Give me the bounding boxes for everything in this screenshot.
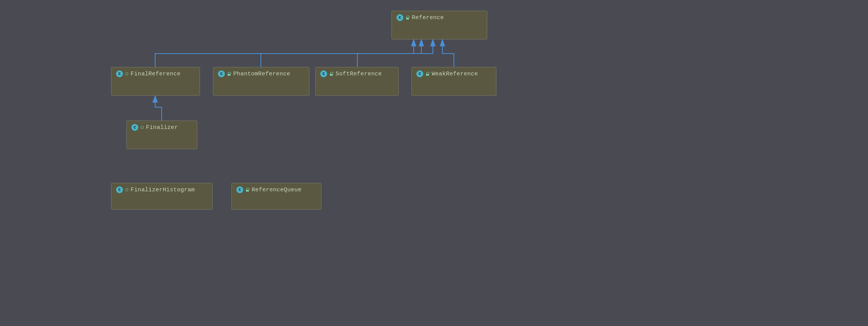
- node-softreference[interactable]: C SoftReference: [315, 67, 399, 96]
- node-label-finalizerhistogram: FinalizerHistogram: [131, 187, 195, 193]
- node-label-finalizer: Finalizer: [146, 124, 178, 131]
- arrows-layer: [0, 0, 868, 326]
- modifier-lock-referencequeue: [246, 188, 249, 192]
- modifier-lock-reference: [406, 16, 409, 20]
- class-icon-weakreference: C: [416, 70, 423, 77]
- node-weakreference[interactable]: C WeakReference: [411, 67, 496, 96]
- node-finalreference[interactable]: C FinalReference: [111, 67, 200, 96]
- modifier-lock-phantomreference: [227, 72, 231, 76]
- node-referencequeue[interactable]: C ReferenceQueue: [231, 183, 321, 210]
- node-finalizer[interactable]: C Finalizer: [126, 121, 197, 149]
- node-label-phantomreference: PhantomReference: [233, 71, 290, 77]
- node-phantomreference[interactable]: C PhantomReference: [213, 67, 310, 96]
- class-icon-referencequeue: C: [236, 186, 243, 193]
- modifier-dot-finalizer: [141, 126, 144, 129]
- node-label-weakreference: WeakReference: [432, 71, 478, 77]
- arrow-softreference-reference: [357, 39, 433, 67]
- node-finalizerhistogram[interactable]: C FinalizerHistogram: [111, 183, 213, 210]
- node-label-softreference: SoftReference: [336, 71, 382, 77]
- class-icon-finalreference: C: [116, 70, 123, 77]
- modifier-lock-weakreference: [426, 72, 429, 76]
- arrow-phantomreference-reference: [261, 39, 421, 67]
- class-icon-phantomreference: C: [218, 70, 225, 77]
- class-icon-softreference: C: [320, 70, 327, 77]
- node-reference[interactable]: C Reference: [391, 11, 487, 39]
- modifier-dot-finalizerhistogram: [125, 188, 128, 191]
- class-icon-finalizer: C: [131, 124, 138, 131]
- modifier-dot-finalreference: [125, 72, 128, 75]
- node-label-finalreference: FinalReference: [131, 71, 180, 77]
- arrow-finalizer-finalreference: [155, 96, 162, 121]
- class-icon-reference: C: [396, 14, 403, 21]
- arrow-weakreference-reference: [442, 39, 454, 67]
- arrow-finalreference-reference: [155, 39, 414, 67]
- diagram-canvas: C Reference C FinalReference C PhantomRe…: [0, 0, 868, 326]
- modifier-lock-softreference: [329, 72, 333, 76]
- node-label-reference: Reference: [412, 15, 444, 21]
- class-icon-finalizerhistogram: C: [116, 186, 123, 193]
- node-label-referencequeue: ReferenceQueue: [252, 187, 301, 193]
